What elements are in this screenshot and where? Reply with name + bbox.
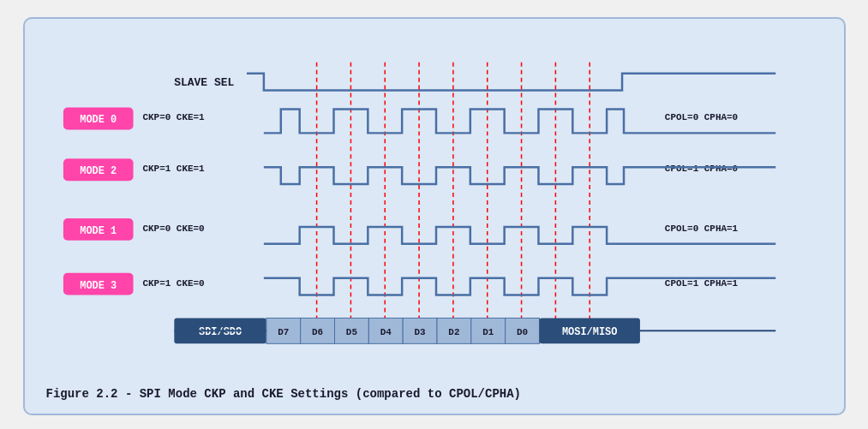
mode1-cpol-cpha: CPOL=0 CPHA=1 — [664, 223, 738, 234]
d1-label: D1 — [482, 327, 494, 337]
mode1-label: MODE 1 — [80, 225, 117, 237]
d5-label: D5 — [345, 327, 356, 337]
mode3-ckp-cke: CKP=1 CKE=0 — [142, 278, 204, 289]
figure-caption: Figure 2.2 - SPI Mode CKP and CKE Settin… — [42, 387, 827, 401]
slave-sel-label: SLAVE SEL — [174, 76, 234, 89]
mode0-ckp-cke: CKP=0 CKE=1 — [142, 112, 205, 122]
mode1-ckp-cke: CKP=0 CKE=0 — [142, 223, 204, 234]
mode0-cpol-cpha: CPOL=0 CPHA=0 — [664, 112, 737, 122]
d6-label: D6 — [312, 327, 323, 337]
mode3-cpol-cpha: CPOL=1 CPHA=1 — [664, 278, 738, 289]
mosi-miso-label: MOSI/MISO — [561, 326, 616, 338]
mode2-label: MODE 2 — [80, 165, 117, 177]
diagram-container: SLAVE SEL MODE 0 CKP=0 CKE=1 CPOL=0 CPHA… — [23, 17, 846, 415]
d2-label: D2 — [448, 327, 459, 337]
sdi-sdo-label: SDI/SDO — [199, 326, 242, 338]
d3-label: D3 — [414, 327, 426, 337]
mode2-cpol-cpha: CPOL=1 CPHA=0 — [664, 164, 737, 174]
mode3-label: MODE 3 — [80, 280, 117, 292]
timing-svg: SLAVE SEL MODE 0 CKP=0 CKE=1 CPOL=0 CPHA… — [42, 36, 827, 378]
mode2-ckp-cke: CKP=1 CKE=1 — [142, 164, 205, 174]
d7-label: D7 — [278, 327, 289, 337]
d4-label: D4 — [380, 327, 392, 337]
mode0-label: MODE 0 — [80, 114, 117, 126]
d0-label: D0 — [516, 327, 527, 337]
diagram-area: SLAVE SEL MODE 0 CKP=0 CKE=1 CPOL=0 CPHA… — [42, 36, 827, 378]
